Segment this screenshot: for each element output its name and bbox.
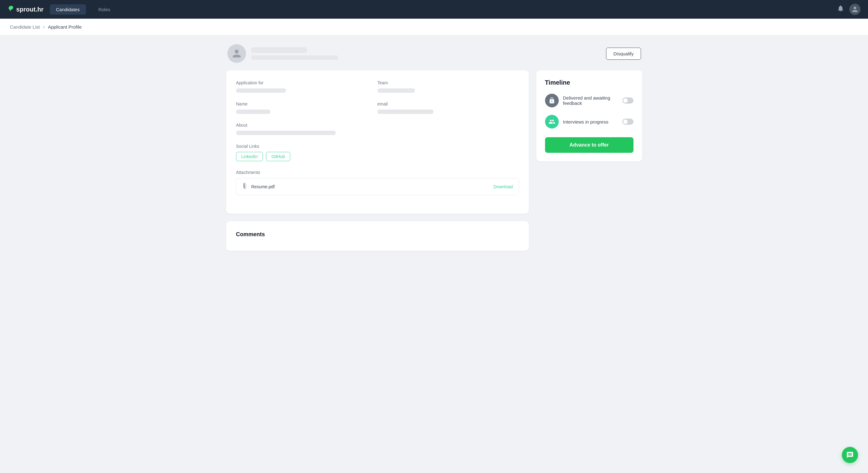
breadcrumb-separator: › [43, 24, 45, 30]
linkedin-button[interactable]: LinkedIn [236, 152, 263, 161]
profile-sub-skeleton [251, 56, 338, 60]
timeline-card: Timeline Delivered and awaiting feedback [536, 70, 642, 162]
about-label: About [236, 123, 519, 128]
attachment-item: Resume.pdf Download [236, 178, 519, 195]
profile-header: Disqualify [226, 44, 642, 63]
attachment-icon [242, 183, 248, 191]
email-label: email [377, 101, 519, 106]
advance-to-offer-button[interactable]: Advance to offer [545, 137, 633, 153]
navbar: sprout.hr Candidates Roles [0, 0, 868, 19]
navbar-left: sprout.hr Candidates Roles [7, 4, 117, 14]
app-fields: Application for Team Name email [236, 80, 519, 123]
application-for-label: Application for [236, 80, 377, 85]
roles-nav-button[interactable]: Roles [92, 4, 117, 14]
attachments-label: Attachments [236, 170, 519, 175]
delivered-icon-wrap [545, 94, 559, 107]
application-for-field: Application for [236, 80, 377, 93]
name-field: Name [236, 101, 377, 114]
profile-name-skeleton [251, 47, 307, 53]
timeline-column: Timeline Delivered and awaiting feedback [536, 70, 642, 251]
social-links-section: Social Links LinkedIn GitHub [236, 144, 519, 161]
breadcrumb: Candidate List › Applicant Profile [0, 19, 868, 35]
comments-title: Comments [236, 231, 519, 238]
timeline-title: Timeline [545, 79, 633, 86]
attachments-section: Attachments Resume.pdf Download [236, 170, 519, 195]
logo-icon [7, 5, 14, 14]
profile-header-left [227, 44, 338, 63]
breadcrumb-candidate-list[interactable]: Candidate List [10, 24, 40, 30]
social-links-list: LinkedIn GitHub [236, 152, 519, 161]
interviews-text: Interviews in progress [563, 119, 618, 125]
download-link[interactable]: Download [493, 184, 513, 189]
navbar-right [837, 4, 861, 15]
github-button[interactable]: GitHub [266, 152, 290, 161]
name-label: Name [236, 101, 377, 106]
chat-fab-button[interactable] [842, 447, 858, 463]
content-grid: Application for Team Name email [226, 70, 642, 251]
main-content: Disqualify Application for Team Name [216, 35, 652, 260]
name-value [236, 109, 270, 114]
about-value [236, 131, 336, 135]
application-for-value [236, 89, 286, 93]
email-value [377, 109, 434, 114]
timeline-item-delivered: Delivered and awaiting feedback [545, 94, 633, 107]
application-card: Application for Team Name email [226, 70, 529, 214]
candidates-nav-button[interactable]: Candidates [50, 4, 86, 14]
about-field: About [236, 123, 519, 135]
interviews-toggle[interactable] [622, 119, 633, 125]
user-avatar[interactable] [849, 4, 861, 15]
team-field: Team [377, 80, 519, 93]
email-field: email [377, 101, 519, 114]
social-links-label: Social Links [236, 144, 519, 149]
avatar [227, 44, 246, 63]
logo: sprout.hr [7, 5, 43, 14]
team-label: Team [377, 80, 519, 85]
delivered-toggle[interactable] [622, 97, 633, 104]
attachment-left: Resume.pdf [242, 183, 275, 191]
attachment-name: Resume.pdf [251, 184, 275, 189]
logo-text: sprout.hr [16, 6, 43, 13]
lock-icon [549, 97, 555, 104]
delivered-text: Delivered and awaiting feedback [563, 95, 618, 106]
profile-text [251, 47, 338, 60]
team-value [377, 89, 415, 93]
interviews-icon-wrap [545, 115, 559, 129]
breadcrumb-applicant-profile: Applicant Profile [48, 24, 82, 30]
timeline-item-interviews: Interviews in progress [545, 115, 633, 129]
application-info-column: Application for Team Name email [226, 70, 529, 251]
people-icon [549, 118, 555, 125]
bell-icon[interactable] [837, 5, 844, 14]
comments-card: Comments [226, 221, 529, 251]
disqualify-button[interactable]: Disqualify [606, 47, 641, 60]
